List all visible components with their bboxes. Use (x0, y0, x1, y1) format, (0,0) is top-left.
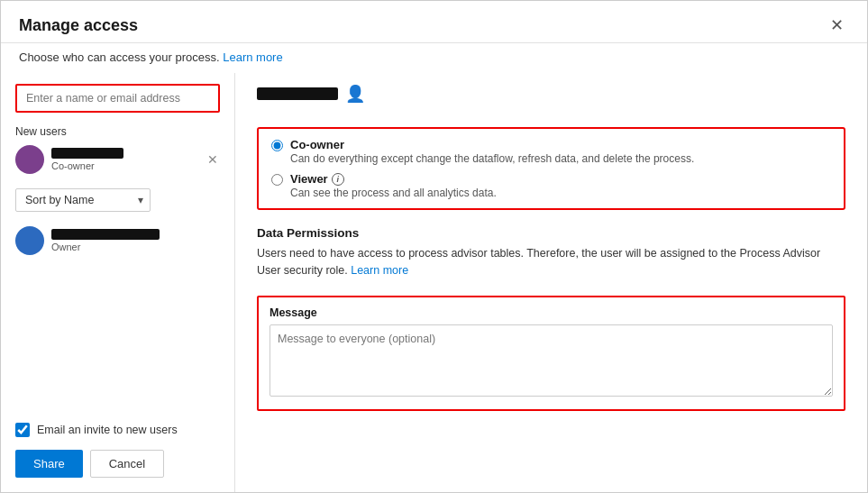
dialog-body: New users Co-owner ✕ Sort by Name Sort b… (1, 73, 867, 492)
data-permissions-title: Data Permissions (257, 226, 845, 240)
owner-name-redacted (51, 229, 160, 240)
search-input[interactable] (17, 86, 218, 111)
sort-dropdown-wrap: Sort by Name Sort by Role (15, 188, 220, 212)
viewer-info-icon: i (332, 173, 344, 186)
right-top-row: 👤 (257, 84, 845, 114)
share-button[interactable]: Share (15, 450, 83, 478)
user-name-redacted (51, 148, 123, 159)
avatar-coowner (15, 145, 44, 174)
cancel-button[interactable]: Cancel (90, 450, 164, 478)
avatar-owner (15, 226, 44, 255)
coowner-desc: Can do everything except change the data… (290, 152, 694, 165)
data-permissions-learn-more[interactable]: Learn more (351, 264, 408, 277)
user-row-coowner: Co-owner ✕ (15, 145, 220, 174)
viewer-name: Viewer (290, 172, 328, 186)
viewer-option: Viewer i Can see the process and all ana… (271, 172, 831, 199)
message-textarea[interactable] (270, 324, 833, 397)
person-add-icon: 👤 (345, 84, 365, 104)
viewer-desc: Can see the process and all analytics da… (290, 187, 497, 199)
selected-user-name-redacted (257, 87, 338, 100)
remove-user-button[interactable]: ✕ (206, 151, 220, 168)
right-panel: 👤 Co-owner Can do everything except chan… (235, 73, 867, 492)
viewer-radio[interactable] (271, 174, 283, 186)
message-label: Message (270, 306, 833, 319)
sort-dropdown-container: Sort by Name Sort by Role (15, 188, 151, 212)
role-selection-box: Co-owner Can do everything except change… (257, 127, 845, 210)
sort-dropdown[interactable]: Sort by Name Sort by Role (15, 188, 151, 212)
new-users-label: New users (15, 125, 220, 138)
message-box-outer: Message (257, 296, 845, 411)
viewer-content: Viewer i Can see the process and all ana… (290, 172, 497, 199)
dialog-header: Manage access ✕ (1, 1, 867, 43)
email-invite-checkbox[interactable] (15, 423, 30, 437)
user-role-coowner: Co-owner (51, 160, 198, 171)
manage-access-dialog: Manage access ✕ Choose who can access yo… (0, 0, 868, 493)
data-permissions-desc: Users need to have access to process adv… (257, 245, 845, 279)
close-button[interactable]: ✕ (825, 15, 849, 35)
subtitle-row: Choose who can access your process. Lear… (1, 43, 867, 73)
email-invite-row: Email an invite to new users (15, 423, 220, 437)
user-info-owner: Owner (51, 229, 220, 252)
learn-more-link[interactable]: Learn more (223, 50, 282, 64)
user-info-coowner: Co-owner (51, 148, 198, 171)
message-section: Message (257, 296, 845, 411)
search-input-wrap (15, 84, 220, 113)
coowner-name: Co-owner (290, 138, 694, 151)
subtitle-text: Choose who can access your process. (19, 50, 220, 64)
email-invite-label[interactable]: Email an invite to new users (37, 424, 178, 436)
data-permissions-section: Data Permissions Users need to have acce… (257, 226, 845, 279)
viewer-name-row: Viewer i (290, 172, 497, 187)
owner-role-label: Owner (51, 242, 220, 252)
left-bottom: Email an invite to new users Share Cance… (15, 405, 220, 478)
left-panel: New users Co-owner ✕ Sort by Name Sort b… (1, 73, 235, 492)
coowner-option: Co-owner Can do everything except change… (271, 138, 831, 165)
coowner-content: Co-owner Can do everything except change… (290, 138, 694, 165)
coowner-radio[interactable] (271, 140, 283, 151)
owner-row: Owner (15, 226, 220, 255)
action-row: Share Cancel (15, 450, 220, 478)
dialog-title: Manage access (19, 16, 138, 35)
